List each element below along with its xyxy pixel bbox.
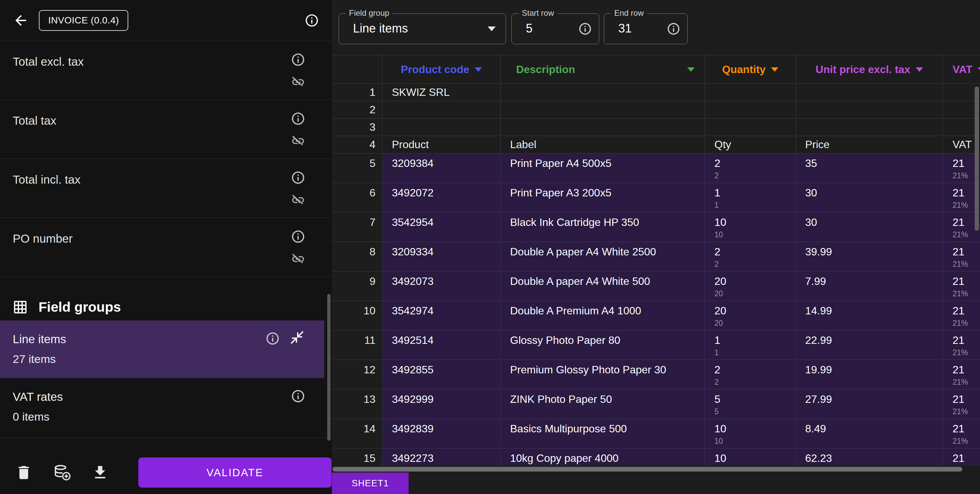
column-header-product-code[interactable]: Product code	[382, 55, 501, 84]
cell-unit-price-excl-tax[interactable]: 62.23	[796, 448, 943, 466]
cell-quantity[interactable]: 22	[705, 153, 796, 183]
cell-unit-price-excl-tax[interactable]: 14.99	[796, 301, 943, 330]
row-number-cell[interactable]: 8	[332, 242, 382, 271]
cell-unit-price-excl-tax[interactable]: 39.99	[796, 242, 943, 271]
cell-unit-price-excl-tax[interactable]: 27.99	[796, 389, 943, 419]
cell-quantity[interactable]: 22	[705, 360, 796, 389]
cell-quantity[interactable]: 1010	[705, 212, 796, 242]
cell-description[interactable]: Black Ink Cartridge HP 350	[501, 212, 705, 242]
info-icon[interactable]	[265, 331, 280, 346]
cell-description[interactable]: Double A Premium A4 1000	[501, 301, 705, 330]
delete-icon[interactable]	[15, 464, 53, 481]
cell-description[interactable]	[501, 119, 705, 136]
cell-unit-price-excl-tax[interactable]: 8.49	[796, 419, 943, 448]
row-number-cell[interactable]: 1	[332, 84, 382, 101]
info-icon[interactable]	[667, 22, 681, 36]
cell-description[interactable]: Glossy Photo Paper 80	[501, 330, 705, 360]
cell-description[interactable]	[501, 101, 705, 119]
cell-description[interactable]: Double A paper A4 White 2500	[501, 242, 705, 271]
field-row-total-incl-tax[interactable]: Total incl. tax	[0, 159, 332, 218]
cell-quantity[interactable]: 2020	[705, 271, 796, 301]
cell-quantity[interactable]: 11	[705, 183, 796, 212]
cell-quantity[interactable]	[705, 84, 796, 101]
info-icon[interactable]	[291, 111, 305, 126]
field-row-total-tax[interactable]: Total tax	[0, 100, 332, 159]
cell-vat[interactable]: 2121%	[943, 419, 980, 448]
link-off-icon[interactable]	[291, 193, 305, 207]
cell-product-code[interactable]	[382, 101, 501, 119]
row-number-cell[interactable]: 5	[332, 153, 382, 183]
row-number-cell[interactable]: 11	[332, 330, 382, 360]
cell-vat[interactable]: 2121%	[943, 242, 980, 271]
column-header-unit-price[interactable]: Unit price excl. tax	[796, 55, 943, 84]
field-row-po-number[interactable]: PO number	[0, 218, 332, 277]
cell-description[interactable]: Print Paper A4 500x5	[501, 153, 705, 183]
info-icon[interactable]	[291, 389, 305, 403]
info-icon[interactable]	[578, 22, 592, 36]
cell-description[interactable]: Print Paper A3 200x5	[501, 183, 705, 212]
cell-quantity[interactable]: 55	[705, 389, 796, 419]
cell-quantity[interactable]	[705, 101, 796, 119]
collapse-icon[interactable]	[290, 330, 305, 345]
cell-quantity[interactable]: 2020	[705, 301, 796, 330]
info-icon[interactable]	[304, 13, 319, 28]
cell-unit-price-excl-tax[interactable]: 19.99	[796, 360, 943, 389]
sheet-tab[interactable]: SHEET1	[332, 473, 409, 494]
add-dataset-icon[interactable]	[53, 464, 91, 481]
field-group-select[interactable]: Field group Line items	[339, 13, 506, 44]
download-icon[interactable]	[91, 464, 130, 481]
row-number-cell[interactable]: 15	[332, 448, 382, 466]
cell-quantity[interactable]	[705, 119, 796, 136]
field-row-total-excl-tax[interactable]: Total excl. tax	[0, 41, 332, 100]
cell-quantity[interactable]: 1010	[705, 419, 796, 448]
field-group-line-items[interactable]: Line items 27 items	[0, 320, 324, 378]
field-group-vat-rates[interactable]: VAT rates 0 items	[0, 378, 332, 438]
end-row-input[interactable]: End row 31	[604, 13, 687, 44]
cell-product-code[interactable]: 3492514	[382, 330, 501, 360]
cell-product-code[interactable]	[382, 119, 501, 136]
info-icon[interactable]	[291, 170, 305, 185]
row-number-cell[interactable]: 14	[332, 419, 382, 448]
cell-unit-price-excl-tax[interactable]: 22.99	[796, 330, 943, 360]
cell-vat[interactable]: 21	[943, 448, 980, 466]
cell-quantity[interactable]: 10	[705, 448, 796, 466]
info-icon[interactable]	[291, 52, 305, 67]
row-number-cell[interactable]: 3	[332, 119, 382, 136]
column-header-description[interactable]: Description	[501, 55, 705, 84]
link-off-icon[interactable]	[291, 75, 305, 89]
cell-product-code[interactable]: 3542974	[382, 301, 501, 330]
cell-description[interactable]: Basics Multipurpose 500	[501, 419, 705, 448]
dropdown-caret-icon[interactable]	[916, 67, 923, 72]
link-off-icon[interactable]	[291, 134, 305, 148]
row-number-cell[interactable]: 7	[332, 212, 382, 242]
cell-vat[interactable]: 2121%	[943, 330, 980, 360]
column-header-quantity[interactable]: Quantity	[705, 55, 796, 84]
dropdown-caret-icon[interactable]	[475, 67, 482, 72]
cell-product-code[interactable]: 3492073	[382, 271, 501, 301]
cell-product-code[interactable]: 3492999	[382, 389, 501, 419]
cell-description[interactable]	[501, 84, 705, 101]
start-row-input[interactable]: Start row 5	[511, 13, 599, 44]
cell-quantity[interactable]: Qty	[705, 136, 796, 153]
back-icon[interactable]	[13, 13, 29, 29]
dropdown-caret-icon[interactable]	[771, 67, 778, 72]
cell-unit-price-excl-tax[interactable]: 7.99	[796, 271, 943, 301]
row-number-cell[interactable]: 6	[332, 183, 382, 212]
cell-product-code[interactable]: 3492072	[382, 183, 501, 212]
cell-product-code[interactable]: 3492855	[382, 360, 501, 389]
horizontal-scrollbar-thumb[interactable]	[332, 467, 962, 472]
vertical-scrollbar[interactable]	[975, 86, 979, 231]
cell-product-code[interactable]: Product	[382, 136, 501, 153]
cell-product-code[interactable]: 3542954	[382, 212, 501, 242]
cell-vat[interactable]: 2121%	[943, 301, 980, 330]
cell-product-code[interactable]: 3209384	[382, 153, 501, 183]
cell-vat[interactable]: 2121%	[943, 389, 980, 419]
horizontal-scrollbar[interactable]	[332, 466, 980, 473]
cell-product-code[interactable]: SKWIZ SRL	[382, 84, 501, 101]
cell-unit-price-excl-tax[interactable]	[796, 119, 943, 136]
dropdown-caret-icon[interactable]	[978, 67, 980, 72]
cell-unit-price-excl-tax[interactable]: 35	[796, 153, 943, 183]
cell-unit-price-excl-tax[interactable]: 30	[796, 212, 943, 242]
cell-vat[interactable]: 2121%	[943, 360, 980, 389]
cell-description[interactable]: Label	[501, 136, 705, 153]
